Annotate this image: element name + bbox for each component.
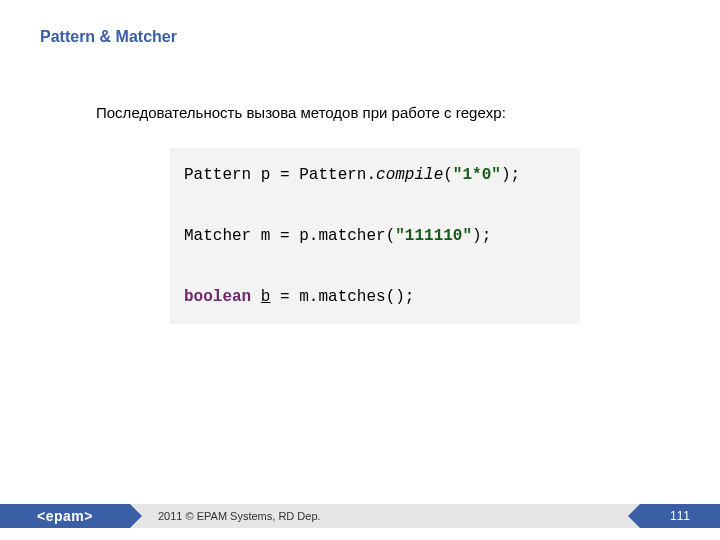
code-line-2: Matcher m = p.matcher("111110"); (184, 221, 566, 251)
code-text: = m.matches(); (270, 288, 414, 306)
code-string: "111110" (395, 227, 472, 245)
code-paren-open: ( (443, 166, 453, 184)
code-var: b (261, 288, 271, 306)
epam-logo: <epam> (0, 504, 130, 528)
slide: Pattern & Matcher Последовательность выз… (0, 0, 720, 540)
code-block: Pattern p = Pattern.compile("1*0"); Matc… (170, 148, 580, 324)
code-text: Matcher m = p.matcher( (184, 227, 395, 245)
code-text: Pattern p = Pattern. (184, 166, 376, 184)
code-string: "1*0" (453, 166, 501, 184)
footer-copyright: 2011 © EPAM Systems, RD Dep. (130, 504, 640, 528)
code-method: compile (376, 166, 443, 184)
slide-subtitle: Последовательность вызова методов при ра… (96, 104, 506, 121)
code-line-1: Pattern p = Pattern.compile("1*0"); (184, 160, 566, 190)
code-keyword: boolean (184, 288, 251, 306)
slide-title: Pattern & Matcher (40, 28, 177, 46)
code-blank (184, 251, 566, 281)
code-space (251, 288, 261, 306)
code-paren-close: ); (472, 227, 491, 245)
footer-bar: <epam> 2011 © EPAM Systems, RD Dep. 111 (0, 504, 720, 528)
code-paren-close: ); (501, 166, 520, 184)
code-line-3: boolean b = m.matches(); (184, 282, 566, 312)
page-number: 111 (640, 504, 720, 528)
code-blank (184, 190, 566, 220)
